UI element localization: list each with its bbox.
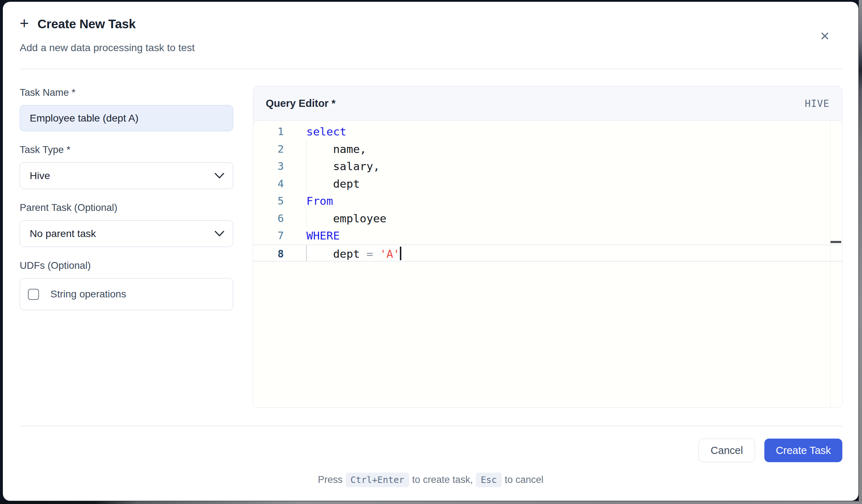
line-number: 4 [253, 175, 306, 193]
code-line-text: From [306, 192, 842, 210]
task-type-field: Task Type * Hive [20, 144, 233, 189]
parent-task-field: Parent Task (Optional) No parent task [20, 202, 233, 247]
chevron-down-icon [215, 173, 224, 179]
esc-kbd: Esc [476, 473, 502, 487]
udf-options-box: String operations [20, 278, 233, 310]
line-number: 5 [253, 192, 306, 210]
close-icon[interactable]: ✕ [816, 28, 833, 45]
chevron-down-icon [215, 231, 224, 237]
line-number: 1 [253, 123, 306, 140]
page-horizontal-scrollbar[interactable] [0, 501, 859, 504]
udfs-label: UDFs (Optional) [20, 260, 233, 271]
line-number: 8 [253, 245, 306, 261]
task-form: Task Name * Task Type * Hive Parent Task… [20, 87, 233, 323]
code-line-text: salary, [306, 158, 842, 175]
code-line: 1select [253, 123, 842, 140]
cancel-button[interactable]: Cancel [699, 439, 755, 462]
code-line: 5From [253, 192, 842, 210]
modal-subtitle: Add a new data processing task to test [20, 42, 195, 54]
query-editor-header: Query Editor * HIVE [253, 86, 842, 120]
hint-text: Press [318, 474, 343, 485]
modal-title: Create New Task [38, 17, 136, 31]
modal-header: + Create New Task [20, 16, 136, 32]
code-line: 6 employee [253, 210, 842, 227]
code-line-text: select [306, 123, 842, 140]
parent-task-value: No parent task [30, 228, 96, 239]
footer-divider [20, 426, 842, 426]
code-line: 7WHERE [253, 227, 842, 244]
plus-icon: + [20, 15, 29, 31]
line-number: 7 [253, 227, 306, 244]
task-name-label: Task Name * [20, 87, 233, 98]
query-editor-panel: Query Editor * HIVE 1select2 name,3 sala… [253, 86, 842, 407]
code-line-text: name, [306, 140, 842, 158]
hint-text: to create task, [412, 474, 473, 485]
query-editor-title: Query Editor * [266, 98, 336, 109]
task-name-input[interactable] [20, 105, 233, 131]
task-type-label: Task Type * [20, 144, 233, 155]
overview-ruler-cursor-marker [831, 241, 841, 243]
code-line: 8 dept = 'A' [253, 244, 842, 262]
code-line-text: dept [306, 175, 842, 193]
line-number: 2 [253, 140, 306, 158]
code-line: 4 dept [253, 175, 842, 193]
create-task-modal: + Create New Task Add a new data process… [3, 2, 858, 501]
code-line: 3 salary, [253, 158, 842, 175]
task-type-value: Hive [30, 170, 50, 182]
create-task-button[interactable]: Create Task [764, 439, 842, 462]
header-divider [20, 69, 842, 69]
page-vertical-scrollbar[interactable] [859, 0, 862, 504]
column-ruler [830, 121, 831, 407]
hint-text: to cancel [505, 474, 543, 485]
text-cursor [400, 247, 402, 260]
line-number: 3 [253, 158, 306, 175]
code-line-text: employee [306, 210, 842, 227]
code-line-text: dept = 'A' [306, 245, 842, 261]
parent-task-label: Parent Task (Optional) [20, 202, 233, 213]
line-number: 6 [253, 210, 306, 227]
code-editor[interactable]: 1select2 name,3 salary,4 dept5From6 empl… [253, 120, 843, 408]
language-badge: HIVE [805, 98, 829, 109]
udf-option-label: String operations [50, 288, 126, 300]
ctrl-enter-kbd: Ctrl+Enter [346, 473, 410, 487]
code-line: 2 name, [253, 140, 842, 158]
code-area[interactable]: 1select2 name,3 salary,4 dept5From6 empl… [253, 121, 842, 262]
udfs-field: UDFs (Optional) String operations [20, 260, 233, 310]
parent-task-select[interactable]: No parent task [20, 220, 233, 247]
udf-checkbox[interactable] [28, 289, 39, 300]
task-type-select[interactable]: Hive [20, 162, 233, 189]
task-name-field: Task Name * [20, 87, 233, 131]
code-line-text: WHERE [306, 227, 842, 244]
footer-actions: Cancel Create Task [699, 439, 842, 462]
keyboard-hint: PressCtrl+Enterto create task,Escto canc… [3, 474, 858, 485]
